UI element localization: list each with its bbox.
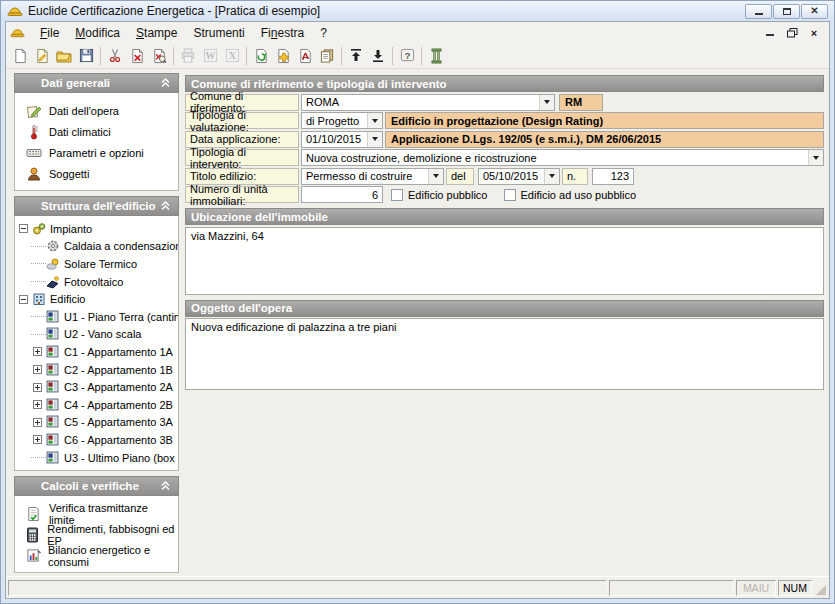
sidebar-item-verifica-trasmittanze[interactable]: Verifica trasmittanze limite xyxy=(23,503,176,524)
tree-expand-icon[interactable] xyxy=(33,347,42,356)
titolo-edilizio-combobox[interactable]: Permesso di costruire xyxy=(301,168,444,185)
app-helmet-icon xyxy=(7,4,23,18)
unit-icon xyxy=(46,433,60,447)
tree-item-u3[interactable]: U3 - Ultimo Piano (box e ripo xyxy=(17,449,178,467)
chevron-down-icon[interactable] xyxy=(544,169,559,184)
download-icon[interactable] xyxy=(367,45,389,67)
delete-record-icon[interactable] xyxy=(126,45,148,67)
tree-expand-icon[interactable] xyxy=(33,365,42,374)
unit-icon xyxy=(46,415,60,429)
chevron-down-icon[interactable] xyxy=(808,150,823,165)
tree-item-u1[interactable]: U1 - Piano Terra (cantine e xyxy=(17,308,178,326)
sidebar-item-soggetti[interactable]: Soggetti xyxy=(23,163,176,184)
comune-combobox[interactable]: ROMA xyxy=(301,94,555,111)
oggetto-textarea[interactable]: Nuova edificazione di palazzina a tre pi… xyxy=(185,318,824,390)
numero-input[interactable]: 123 xyxy=(592,168,634,185)
export-excel-icon[interactable]: X xyxy=(221,45,243,67)
export-pdf-icon[interactable] xyxy=(294,45,316,67)
search-record-icon[interactable] xyxy=(148,45,170,67)
checkbox-icon[interactable] xyxy=(391,189,403,201)
sidebar-item-rendimenti[interactable]: Rendimenti, fabbisogni ed EP xyxy=(23,524,176,545)
sidebar-item-parametri[interactable]: Parametri e opzioni xyxy=(23,142,176,163)
print-icon[interactable] xyxy=(177,45,199,67)
tipologia-intervento-combobox[interactable]: Nuova costruzione, demolizione e ricostr… xyxy=(301,149,824,166)
tree-item-solare-termico[interactable]: Solare Termico xyxy=(17,255,178,273)
parameters-icon xyxy=(26,145,42,161)
sidebar-section-calcoli[interactable]: Calcoli e verifiche xyxy=(14,476,179,496)
mdi-minimize-button[interactable] xyxy=(763,27,777,39)
tree-collapse-icon[interactable] xyxy=(19,295,28,304)
section-header-ubicazione: Ubicazione dell'immobile xyxy=(185,208,824,225)
edificio-uso-pubblico-checkbox[interactable]: Edificio ad uso pubblico xyxy=(504,186,637,203)
close-button[interactable]: ✕ xyxy=(801,4,828,19)
menu-strumenti[interactable]: Strumenti xyxy=(185,24,252,42)
tree-item-c3[interactable]: C3 - Appartamento 2A xyxy=(17,378,178,396)
menu-finestra[interactable]: Finestra xyxy=(253,24,312,42)
tree-item-u2[interactable]: U2 - Vano scala xyxy=(17,326,178,344)
mdi-close-button[interactable]: × xyxy=(807,27,821,39)
titolo-data-combobox[interactable]: 05/10/2015 xyxy=(478,168,560,185)
tree-item-c6[interactable]: C6 - Appartamento 3B xyxy=(17,431,178,449)
save-icon[interactable] xyxy=(75,45,97,67)
tree-expand-icon[interactable] xyxy=(33,383,42,392)
new-wizard-icon[interactable] xyxy=(31,45,53,67)
titolo-data-value: 05/10/2015 xyxy=(479,170,544,182)
tree-expand-icon[interactable] xyxy=(33,400,42,409)
import-data-icon[interactable] xyxy=(250,45,272,67)
menu-help[interactable]: ? xyxy=(312,24,335,42)
edificio-pubblico-checkbox[interactable]: Edificio pubblico xyxy=(391,186,488,203)
mdi-restore-button[interactable] xyxy=(785,27,799,39)
minimize-button[interactable] xyxy=(745,4,772,19)
upload-icon[interactable] xyxy=(345,45,367,67)
menu-modifica[interactable]: Modifica xyxy=(67,24,128,42)
toolbar: W X ? xyxy=(6,43,829,69)
tree-item-fotovoltaico[interactable]: Fotovoltaico xyxy=(17,273,178,291)
euclide-column-icon[interactable] xyxy=(425,45,447,67)
tipologia-valutazione-combobox[interactable]: di Progetto xyxy=(301,112,383,129)
tipologia-intervento-label: Tipologia di intervento: xyxy=(185,149,299,166)
calcoli-panel: Verifica trasmittanze limite Rendimenti,… xyxy=(14,496,179,573)
tree-label: Solare Termico xyxy=(64,258,137,270)
sidebar: Dati generali Dati dell'opera Dati clima… xyxy=(6,69,182,576)
tree-item-c1[interactable]: C1 - Appartamento 1A xyxy=(17,343,178,361)
tree-item-c5[interactable]: C5 - Appartamento 3A xyxy=(17,414,178,432)
sidebar-item-bilancio[interactable]: Bilancio energetico e consumi xyxy=(23,545,176,566)
tree-item-c4[interactable]: C4 - Appartamento 2B xyxy=(17,396,178,414)
tree-item-impianto[interactable]: Impianto xyxy=(17,220,178,238)
sidebar-item-dati-opera[interactable]: Dati dell'opera xyxy=(23,100,176,121)
sidebar-section-struttura[interactable]: Struttura dell'edificio xyxy=(14,196,179,216)
client-area: File Modifica Stampe Strumenti Finestra … xyxy=(5,21,830,599)
menu-stampe[interactable]: Stampe xyxy=(128,24,185,42)
sidebar-item-dati-climatici[interactable]: Dati climatici xyxy=(23,121,176,142)
chevron-down-icon[interactable] xyxy=(367,113,382,128)
tree-expand-icon[interactable] xyxy=(33,435,42,444)
open-folder-icon[interactable] xyxy=(53,45,75,67)
chevron-down-icon[interactable] xyxy=(367,132,382,147)
dati-generali-panel: Dati dell'opera Dati climatici Parametri… xyxy=(14,93,179,191)
ubicazione-textarea[interactable]: via Mazzini, 64 xyxy=(185,227,824,295)
help-icon[interactable]: ? xyxy=(396,45,418,67)
tree-expand-icon[interactable] xyxy=(33,418,42,427)
solar-thermal-icon xyxy=(46,257,60,271)
add-data-icon[interactable] xyxy=(272,45,294,67)
tree-item-edificio[interactable]: Edificio xyxy=(17,290,178,308)
maximize-button[interactable] xyxy=(773,4,800,19)
tree-label: U2 - Vano scala xyxy=(64,328,141,340)
check-transmittance-icon xyxy=(26,506,42,522)
new-document-icon[interactable] xyxy=(9,45,31,67)
tree-item-c2[interactable]: C2 - Appartamento 1B xyxy=(17,361,178,379)
cut-icon[interactable] xyxy=(104,45,126,67)
tree-collapse-icon[interactable] xyxy=(19,224,28,233)
export-word-icon[interactable]: W xyxy=(199,45,221,67)
chevron-down-icon[interactable] xyxy=(428,169,443,184)
checkbox-icon[interactable] xyxy=(504,189,516,201)
svg-text:X: X xyxy=(228,50,236,61)
resize-grip[interactable] xyxy=(814,580,827,596)
unita-input[interactable]: 6 xyxy=(301,186,383,203)
data-applicazione-combobox[interactable]: 01/10/2015 xyxy=(301,131,383,148)
sidebar-section-dati-generali[interactable]: Dati generali xyxy=(14,73,179,93)
chevron-down-icon[interactable] xyxy=(539,95,554,110)
archive-icon[interactable] xyxy=(316,45,338,67)
menu-file[interactable]: File xyxy=(32,24,67,42)
tree-item-caldaia[interactable]: Caldaia a condensazione xyxy=(17,238,178,256)
